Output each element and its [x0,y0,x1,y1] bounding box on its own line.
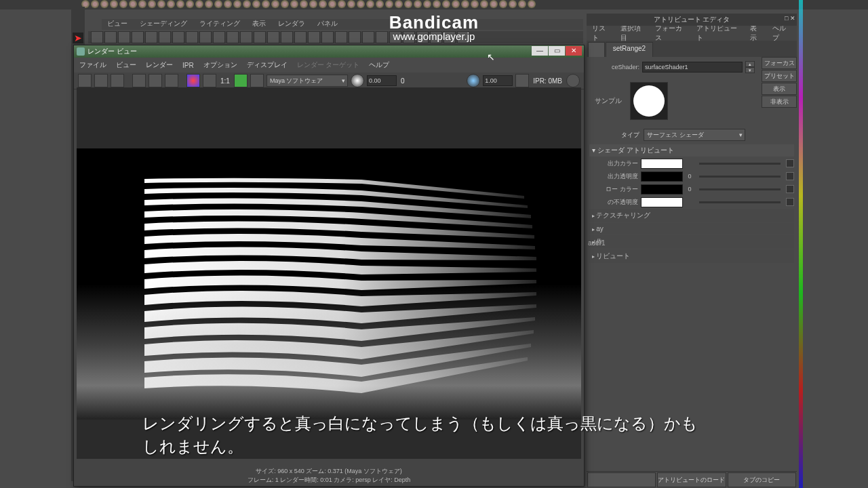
shelf-icon[interactable] [148,0,156,8]
viewport-toolbar-button[interactable] [294,31,307,43]
ae-tabs[interactable]: setRange2 [587,41,797,57]
attr-slider[interactable] [699,163,781,165]
viewport-toolbar-button[interactable] [349,31,361,43]
maximize-button[interactable]: ▭ [549,46,565,56]
viewport-toolbar-button[interactable] [443,31,456,43]
viewport-toolbar-button[interactable] [376,31,388,43]
viewport-toolbar-button[interactable] [416,31,429,43]
rv-menu-item[interactable]: ディスプレイ [247,60,288,70]
shelf-icon[interactable] [176,0,184,8]
shelf-icon[interactable] [205,0,213,8]
panel-menu-item[interactable]: シェーディング [140,19,187,30]
alpha-button[interactable] [203,74,216,87]
render-canvas[interactable] [77,87,581,459]
shelf-icon[interactable] [167,0,175,8]
viewport-toolbar-button[interactable] [335,31,347,43]
shelf-icon[interactable] [509,0,517,8]
viewport-toolbar-button[interactable] [199,31,212,43]
shelf-icon[interactable] [366,0,374,8]
shelf-icon[interactable] [414,0,422,8]
ae-side-buttons[interactable]: フォーカスプリセット表示非表示 [762,57,797,108]
shelf-icon[interactable] [376,0,384,8]
ae-menu-item[interactable]: リスト [592,24,611,43]
shelf-icon[interactable] [119,0,127,8]
shelf-icon[interactable] [290,0,298,8]
rv-menu-item[interactable]: ビュー [116,60,136,70]
renderer-select[interactable]: Maya ソフトウェア [267,75,348,87]
map-button[interactable] [786,172,794,180]
shelf-icon[interactable] [480,0,488,8]
attr-slider[interactable] [699,201,781,203]
viewport-toolbar-button[interactable] [308,31,320,43]
attr-slider[interactable] [699,188,781,190]
ae-tab-prev[interactable] [588,42,605,57]
ae-footer[interactable]: アトリビュートのロードタブのコピー [587,471,797,488]
shelf-icon[interactable] [309,0,317,8]
shelf-icon[interactable] [433,0,441,8]
viewport-toolbar-button[interactable] [389,31,401,43]
viewport-toolbar-button[interactable] [321,31,334,43]
shelf-icon[interactable] [300,0,308,8]
color-swatch[interactable] [641,171,683,182]
map-button[interactable] [786,159,794,167]
shelf-icon[interactable] [186,0,194,8]
shelf-icon[interactable] [233,0,241,8]
zoom-ratio[interactable]: 1:1 [219,77,231,85]
type-select[interactable]: サーフェス シェーダ [644,129,745,141]
ae-menu-item[interactable]: ヘルプ [772,24,791,43]
ae-footer-button[interactable]: タブのコピー [728,472,796,487]
ae-side-button[interactable]: フォーカス [762,57,797,69]
shelf-icon[interactable] [138,0,146,8]
viewport-toolbar-button[interactable] [132,31,144,43]
shelf-icon[interactable] [281,0,289,8]
ae-footer-button[interactable]: アトリビュートのロード [657,472,726,487]
viewport-toolbar-button[interactable] [226,31,239,43]
panel-menu-item[interactable]: レンダラ [278,19,305,30]
exposure-input[interactable] [367,75,397,86]
ipr-button[interactable] [94,74,108,87]
select-tool[interactable]: ➤ [73,33,83,43]
shelf-icon[interactable] [518,0,526,8]
ae-side-button[interactable]: 非表示 [762,96,797,108]
shelf-icon[interactable] [499,0,507,8]
shelf-icon[interactable] [452,0,460,8]
viewport-toolbar-button[interactable] [362,31,374,43]
color-swatch[interactable] [641,184,683,195]
rv-menu-item[interactable]: ファイル [79,60,106,70]
viewport-toolbar-button[interactable] [254,31,266,43]
shelf-icon[interactable] [442,0,450,8]
pause-button[interactable] [515,74,529,87]
rv-menu-item[interactable]: IPR [182,62,194,69]
ae-menu-item[interactable]: 表示 [750,24,763,43]
shelf-icon[interactable] [110,0,118,8]
ae-tab-active[interactable]: setRange2 [606,42,653,57]
viewport-toolbar-button[interactable] [240,31,252,43]
shelf-icon[interactable] [423,0,431,8]
viewport-menu[interactable]: ビューシェーディングライティング表示レンダラパネル [102,19,583,30]
viewport-toolbar-button[interactable] [281,31,293,43]
shelf-icon[interactable] [157,0,165,8]
shelf-icon[interactable] [471,0,479,8]
shelf-icon[interactable] [224,0,232,8]
color-swatch[interactable] [641,197,683,207]
map-button[interactable] [786,185,794,193]
viewport-toolbar-button[interactable] [145,31,157,43]
shelf-icon[interactable] [252,0,260,8]
ae-menu-item[interactable]: アトリビュート [696,24,741,43]
shelf-icon[interactable] [490,0,498,8]
close-button[interactable]: ✕ [566,46,582,56]
keep-button[interactable] [165,74,178,87]
nav-up-icon[interactable]: ▴ [745,61,755,67]
collapsible-section[interactable]: テクスチャリング [589,209,794,222]
shelf-icon[interactable] [357,0,365,8]
shelf-icon[interactable] [461,0,469,8]
rgb-button[interactable] [186,74,200,87]
gamma-input[interactable] [483,75,513,86]
ae-menu-item[interactable]: 選択項目 [620,24,646,43]
panel-menu-item[interactable]: 表示 [252,19,266,30]
viewport-toolbar-button[interactable] [91,31,103,43]
shelf-icon[interactable] [319,0,327,8]
collapsible-section[interactable]: ay [589,223,794,235]
region-button[interactable] [111,74,124,87]
shelf-icon[interactable] [129,0,137,8]
